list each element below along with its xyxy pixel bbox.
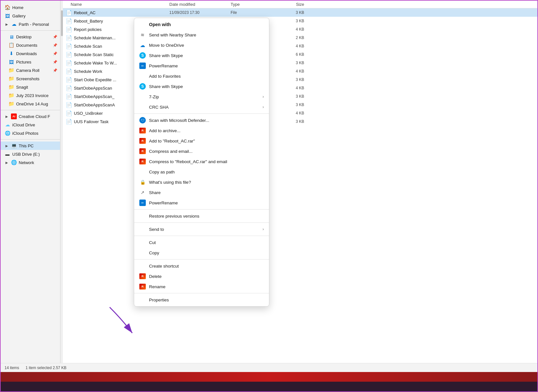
context-menu-item-whats-using[interactable]: 🔒What's using this file? xyxy=(134,177,269,187)
sidebar-item-home[interactable]: 🏠 Home xyxy=(1,3,60,12)
sidebar-scrollbar[interactable] xyxy=(60,1,63,363)
context-menu-item-compress-reboot-email[interactable]: RCompress to "Reboot_AC.rar" and email xyxy=(134,156,269,167)
file-size: 4 KB xyxy=(282,86,308,90)
sidebar-item-parth-personal[interactable]: ▶ ☁ Parth - Personal xyxy=(1,20,60,28)
col-header-type[interactable]: Type xyxy=(231,2,282,7)
gallery-icon: 🖼 xyxy=(5,13,10,19)
icloud-photos-icon: 🌐 xyxy=(5,130,10,136)
sidebar-item-pictures[interactable]: 🖼 Pictures 📌 xyxy=(1,58,60,66)
downloads-icon: ⬇ xyxy=(8,51,14,56)
col-header-size[interactable]: Size xyxy=(282,2,308,7)
file-icon: 📄 xyxy=(65,68,73,75)
file-size: 3 KB xyxy=(282,10,308,15)
folder-icon: 📁 xyxy=(8,76,14,82)
sidebar-item-snagit[interactable]: 📁 Snagit xyxy=(1,83,60,91)
context-menu-item-powerrename-1[interactable]: ✏PowerRename xyxy=(134,61,269,71)
ctx-item-label: PowerRename xyxy=(149,64,264,68)
pin-icon: 📌 xyxy=(53,43,57,47)
context-menu-item-powerrename-2[interactable]: ✏PowerRename xyxy=(134,198,269,208)
sidebar-item-creative-cloud[interactable]: ▶ Ai Creative Cloud F xyxy=(1,112,60,121)
file-type: File xyxy=(231,10,282,15)
folder-icon: 📁 xyxy=(8,84,14,90)
sidebar-item-july-2023[interactable]: 📁 July 2023 Invoice xyxy=(1,91,60,100)
sidebar-item-label: Creative Cloud F xyxy=(19,114,57,119)
context-menu-item-properties[interactable]: Properties xyxy=(134,295,269,305)
ctx-item-label: Move to OneDrive xyxy=(149,43,264,48)
context-menu-item-restore-versions[interactable]: Restore previous versions xyxy=(134,211,269,221)
ctx-item-label: Create shortcut xyxy=(149,264,264,269)
context-menu-divider xyxy=(134,293,269,293)
context-menu-item-share-skype-2[interactable]: SShare with Skype xyxy=(134,81,269,92)
file-icon: 📄 xyxy=(65,110,73,117)
context-menu-item-crc-sha[interactable]: CRC SHA› xyxy=(134,102,269,112)
col-header-name[interactable]: Name xyxy=(63,2,169,7)
sidebar-item-onedrive14[interactable]: 📁 OneDrive 14 Aug xyxy=(1,100,60,108)
context-menu-item-share-skype-1[interactable]: SShare with Skype xyxy=(134,50,269,61)
ctx-item-label: Cut xyxy=(149,240,264,245)
file-size: 4 KB xyxy=(282,111,308,115)
sidebar-item-icloud-photos[interactable]: 🌐 iCloud Photos xyxy=(1,129,60,137)
sidebar-divider xyxy=(1,110,60,110)
onedrive-icon: ☁ xyxy=(139,42,146,48)
selected-info: 1 item selected 2.57 KB xyxy=(25,366,66,370)
context-menu-divider xyxy=(134,113,269,114)
sidebar-item-label: Screenshots xyxy=(16,76,57,81)
sidebar-item-network[interactable]: ▶ 🌐 Network xyxy=(1,158,60,167)
file-icon: 📄 xyxy=(65,93,73,100)
ctx-item-label: Open with xyxy=(149,22,264,27)
sidebar-item-gallery[interactable]: 🖼 Gallery xyxy=(1,12,60,20)
sidebar-item-this-pc[interactable]: ▶ 💻 This PC xyxy=(1,142,60,150)
context-menu-item-open-with[interactable]: Open with xyxy=(134,19,269,30)
ctx-item-label: Copy xyxy=(149,250,264,255)
context-menu-item-copy[interactable]: Copy xyxy=(134,248,269,258)
context-menu-item-scan-defender[interactable]: 🛡Scan with Microsoft Defender... xyxy=(134,115,269,125)
context-menu-item-delete[interactable]: RDelete xyxy=(134,271,269,281)
pin-icon: 📌 xyxy=(53,68,57,73)
file-icon: 📄 xyxy=(65,17,73,24)
sidebar: 🏠 Home 🖼 Gallery ▶ ☁ Parth - Personal 🖥 … xyxy=(1,1,60,363)
pictures-icon: 🖼 xyxy=(8,59,14,65)
ctx-item-label: Send to xyxy=(149,227,259,232)
sidebar-item-label: iCloud Photos xyxy=(12,131,57,136)
ctx-item-label: Restore previous versions xyxy=(149,214,264,219)
sidebar-divider xyxy=(1,30,60,31)
ctx-icon xyxy=(139,263,146,269)
skype-icon: S xyxy=(139,83,146,90)
context-menu-item-move-onedrive[interactable]: ☁Move to OneDrive xyxy=(134,40,269,50)
context-menu-item-7zip[interactable]: 7-Zip› xyxy=(134,92,269,102)
ctx-item-label: Share with Skype xyxy=(149,53,264,58)
context-menu-item-send-to[interactable]: Send to› xyxy=(134,224,269,234)
icloud-icon: ☁ xyxy=(5,122,10,128)
folder-icon: 📁 xyxy=(8,101,14,107)
ctx-icon xyxy=(139,21,146,28)
col-header-date[interactable]: Date modified xyxy=(169,2,231,7)
context-menu-item-compress-email[interactable]: RCompress and email... xyxy=(134,146,269,156)
bottom-decorative-bar xyxy=(1,372,537,391)
context-menu-item-cut[interactable]: Cut xyxy=(134,237,269,248)
table-row[interactable]: 📄 Reboot_AC 11/09/2023 17:30 File 3 KB xyxy=(63,8,537,17)
context-menu-item-add-reboot-rar[interactable]: RAdd to "Reboot_AC.rar" xyxy=(134,136,269,146)
file-size: 3 KB xyxy=(282,94,308,99)
sidebar-item-usb-drive[interactable]: ▬ USB Drive (E:) xyxy=(1,150,60,158)
sidebar-item-label: Desktop xyxy=(16,34,51,39)
sidebar-item-camera-roll[interactable]: 📁 Camera Roll 📌 xyxy=(1,66,60,74)
context-menu-item-rename[interactable]: RRename xyxy=(134,281,269,292)
context-menu-item-share[interactable]: ↗Share xyxy=(134,187,269,198)
winrar-icon: R xyxy=(139,138,146,144)
sidebar-item-icloud-drive[interactable]: ☁ iCloud Drive xyxy=(1,121,60,129)
context-menu-item-copy-path[interactable]: Copy as path xyxy=(134,167,269,177)
sidebar-item-downloads[interactable]: ⬇ Downloads 📌 xyxy=(1,49,60,58)
share-icon: ↗ xyxy=(139,189,146,196)
file-size: 6 KB xyxy=(282,52,308,57)
sidebar-item-screenshots[interactable]: 📁 Screenshots xyxy=(1,74,60,83)
context-menu-item-create-shortcut[interactable]: Create shortcut xyxy=(134,261,269,271)
context-menu-item-add-archive[interactable]: RAdd to archive... xyxy=(134,125,269,136)
context-menu-item-send-nearby[interactable]: ≋Send with Nearby Share xyxy=(134,30,269,40)
sidebar-item-label: Home xyxy=(12,5,57,10)
file-icon: 📄 xyxy=(65,34,73,41)
sidebar-item-desktop[interactable]: 🖥 Desktop 📌 xyxy=(1,33,60,41)
sidebar-item-label: This PC xyxy=(19,143,57,148)
context-menu-item-add-favorites[interactable]: Add to Favorites xyxy=(134,71,269,81)
sidebar-item-documents[interactable]: 📋 Documents 📌 xyxy=(1,41,60,49)
winrar-icon: R xyxy=(139,148,146,154)
